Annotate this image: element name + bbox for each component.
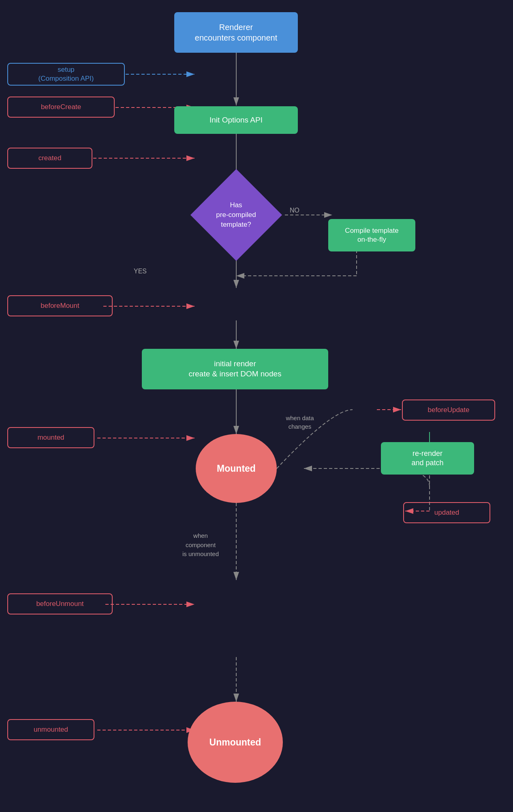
beforemount-label: beforeMount <box>41 301 79 310</box>
beforeupdate-label: beforeUpdate <box>428 406 469 415</box>
init-options-label: Init Options API <box>209 115 263 125</box>
yes-label: YES <box>134 268 147 275</box>
when-unmounted-label: whencomponentis unmounted <box>164 531 237 559</box>
lifecycle-diagram: Rendererencounters component setup(Compo… <box>0 0 513 812</box>
unmounted-circle: Unmounted <box>188 702 283 783</box>
renderer-box: Rendererencounters component <box>174 12 298 53</box>
beforeunmount-label: beforeUnmount <box>36 599 83 608</box>
initial-render-box: initial rendercreate & insert DOM nodes <box>142 349 328 389</box>
updated-box: updated <box>403 502 490 523</box>
rerender-box: re-renderand patch <box>381 442 474 475</box>
no-label: NO <box>290 207 299 214</box>
beforeupdate-box: beforeUpdate <box>402 400 495 421</box>
mounted-label-box: mounted <box>7 427 94 448</box>
rerender-label: re-renderand patch <box>411 449 443 468</box>
unmounted-label-box: unmounted <box>7 719 94 740</box>
diamond-precompiled-text: Haspre-compiledtemplate? <box>184 185 288 245</box>
mounted-label: mounted <box>37 433 64 442</box>
when-data-changes-label: when datachanges <box>271 414 328 431</box>
updated-label: updated <box>434 508 459 517</box>
renderer-label: Rendererencounters component <box>195 22 277 43</box>
unmounted-label: unmounted <box>34 725 68 734</box>
setup-label: setup(Composition API) <box>38 65 94 83</box>
created-box: created <box>7 148 92 169</box>
beforemount-box: beforeMount <box>7 295 113 316</box>
compile-template-box: Compile templateon-the-fly <box>328 219 415 251</box>
created-label: created <box>38 154 62 163</box>
init-options-box: Init Options API <box>174 106 298 134</box>
initial-render-label: initial rendercreate & insert DOM nodes <box>188 359 281 379</box>
beforecreate-label: beforeCreate <box>41 103 81 112</box>
beforecreate-box: beforeCreate <box>7 97 115 118</box>
mounted-circle: Mounted <box>196 434 277 503</box>
setup-box: setup(Composition API) <box>7 63 125 86</box>
compile-template-label: Compile templateon-the-fly <box>345 226 398 244</box>
beforeunmount-box: beforeUnmount <box>7 593 113 614</box>
